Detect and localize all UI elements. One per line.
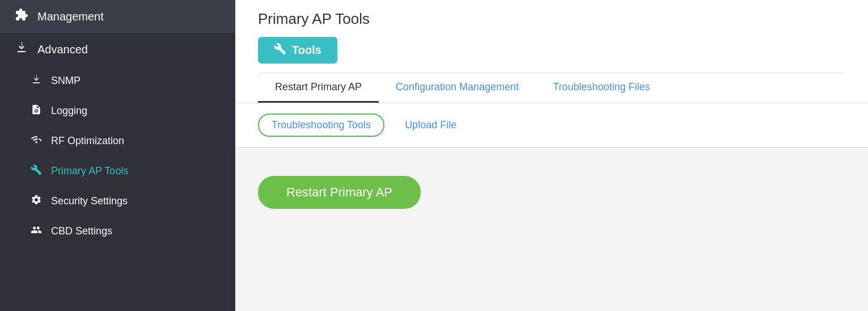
sidebar-item-rf-optimization[interactable]: RF Optimization [0,126,235,156]
restart-primary-ap-button[interactable]: Restart Primary AP [258,176,421,209]
rf-icon [29,134,43,148]
subtabs-row: Troubleshooting Tools Upload File [235,103,868,148]
sidebar-item-advanced-label: Advanced [37,43,88,56]
sidebar-item-logging[interactable]: Logging [0,96,235,126]
sidebar: Management Advanced SNMP Logging [0,0,235,311]
subtab-troubleshooting-tools[interactable]: Troubleshooting Tools [258,114,384,137]
sidebar-item-advanced[interactable]: Advanced [0,33,235,66]
sidebar-item-primary-ap-tools[interactable]: Primary AP Tools [0,156,235,186]
main-content: Primary AP Tools Tools Restart Primary A… [235,0,868,311]
logging-icon [29,104,43,118]
snmp-icon [29,74,43,88]
sidebar-item-snmp[interactable]: SNMP [0,66,235,96]
sidebar-item-rf-label: RF Optimization [51,135,124,147]
sidebar-item-security-settings[interactable]: Security Settings [0,186,235,216]
page-title: Primary AP Tools [258,10,845,28]
tools-btn-row: Tools [258,37,845,64]
tab-configuration-management[interactable]: Configuration Management [379,73,536,103]
sidebar-item-cbd-settings-label: CBD Settings [51,225,112,237]
sidebar-item-management[interactable]: Management [0,0,235,33]
gear-icon [29,194,43,208]
restart-button-label: Restart Primary AP [286,185,392,199]
download-icon [14,41,29,58]
people-icon [29,224,43,238]
tools-button-label: Tools [292,44,321,57]
wrench-nav-icon [29,164,43,178]
sidebar-item-security-settings-label: Security Settings [51,195,128,207]
tab-troubleshooting-files[interactable]: Troubleshooting Files [536,73,667,103]
tools-button[interactable]: Tools [258,37,337,64]
tab-restart-primary-ap[interactable]: Restart Primary AP [258,73,379,103]
sidebar-item-logging-label: Logging [51,105,87,117]
puzzle-icon [14,8,29,25]
sidebar-item-primary-ap-tools-label: Primary AP Tools [51,165,128,177]
tools-wrench-icon [274,43,286,58]
sidebar-item-cbd-settings[interactable]: CBD Settings [0,216,235,246]
page-header: Primary AP Tools Tools Restart Primary A… [235,0,868,103]
content-area: Restart Primary AP [235,148,868,311]
sidebar-item-management-label: Management [37,10,104,23]
tabs-row: Restart Primary AP Configuration Managem… [258,73,845,103]
subtab-upload-file[interactable]: Upload File [391,114,470,137]
sidebar-item-snmp-label: SNMP [51,75,81,87]
